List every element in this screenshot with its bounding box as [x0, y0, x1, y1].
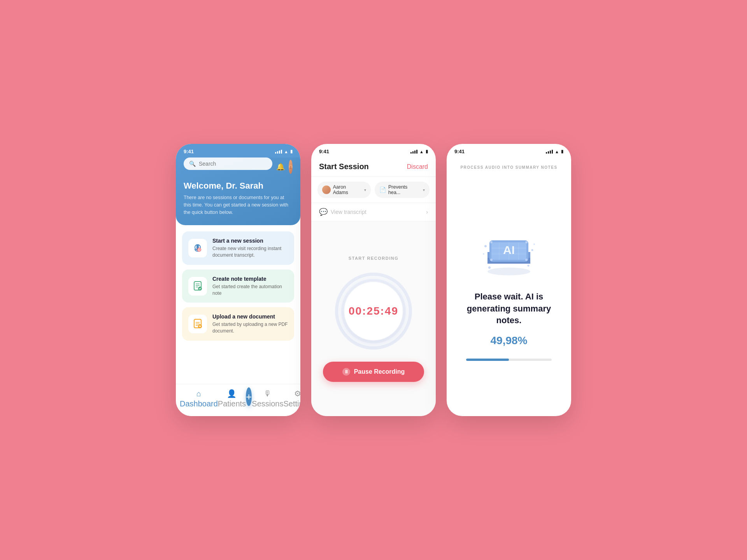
home-icon: ⌂ — [196, 389, 201, 398]
timer-outer: 00:25:49 — [335, 272, 412, 350]
session-selectors: Aaron Adams ▾ 📄 Prevents hea... ▾ — [311, 177, 436, 203]
status-time-1: 9:41 — [184, 149, 194, 154]
progress-bar-container — [466, 359, 552, 361]
view-transcript-label: View transcript — [331, 209, 366, 215]
wifi-icon: ▲ — [284, 149, 288, 154]
status-bar-2: 9:41 ▲ ▮ — [311, 144, 436, 158]
phone-ai-processing: 9:41 ▲ ▮ PROCESS AUDIO INTO SUMMARY NOTE… — [447, 144, 571, 416]
card-upload-doc-text: Upload a new document Get started by upl… — [212, 313, 288, 334]
card-upload-doc[interactable]: Upload a new document Get started by upl… — [182, 307, 294, 341]
patients-icon: 👤 — [227, 389, 237, 398]
note-icon — [188, 277, 207, 296]
timer-glow — [335, 272, 412, 350]
session-title: Start Session — [319, 162, 369, 171]
patient-avatar — [322, 186, 331, 194]
progress-bar-fill — [466, 359, 509, 361]
welcome-subtitle: There are no sessions or documents for y… — [184, 194, 293, 216]
search-bar[interactable]: 🔍 — [184, 158, 272, 170]
svg-point-30 — [490, 259, 493, 261]
svg-point-35 — [533, 243, 535, 245]
ai-content: AI Please wait. AI is generating summary… — [447, 173, 571, 416]
status-bar-3: 9:41 ▲ ▮ — [447, 144, 571, 158]
bottom-nav: ⌂ Dashboard 👤 Patients + 🎙 Sessions ⚙ Se… — [176, 384, 300, 416]
document-name: Prevents hea... — [388, 184, 421, 195]
search-input[interactable] — [199, 161, 267, 167]
upload-icon — [188, 315, 207, 333]
status-time-2: 9:41 — [319, 149, 329, 154]
cards-area: Start a new session Create new visit rec… — [176, 225, 300, 384]
signal-icon — [275, 150, 282, 154]
signal-icon-3 — [546, 150, 553, 154]
nav-sessions[interactable]: 🎙 Sessions — [252, 389, 283, 408]
start-recording-label: START RECORDING — [349, 256, 399, 261]
mic-icon — [191, 242, 204, 254]
ai-wait-text: Please wait. AI is generating summary no… — [458, 291, 559, 327]
svg-point-1 — [290, 166, 291, 167]
svg-point-34 — [483, 253, 484, 255]
wifi-icon-3: ▲ — [555, 149, 559, 154]
nav-dashboard-label: Dashboard — [180, 399, 218, 408]
status-bar-1: 9:41 ▲ ▮ — [176, 144, 300, 158]
status-time-3: 9:41 — [454, 149, 465, 154]
recording-area: START RECORDING 00:25:49 ⏸ Pause Recordi… — [311, 221, 436, 416]
ai-illustration: AI — [478, 229, 540, 279]
nav-sessions-label: Sessions — [252, 399, 283, 408]
svg-point-17 — [337, 274, 410, 348]
card-new-session-text: Start a new session Create new visit rec… — [212, 238, 288, 259]
svg-point-36 — [488, 266, 491, 269]
nav-patients[interactable]: 👤 Patients — [218, 389, 246, 408]
svg-point-32 — [484, 245, 487, 247]
patient-selector[interactable]: Aaron Adams ▾ — [317, 182, 371, 198]
doc-icon: 📄 — [379, 187, 386, 193]
pause-recording-button[interactable]: ⏸ Pause Recording — [323, 362, 424, 382]
sessions-icon: 🎙 — [264, 389, 272, 398]
svg-point-2 — [289, 167, 292, 169]
svg-point-28 — [490, 241, 493, 243]
patient-chevron-icon: ▾ — [364, 188, 366, 192]
settings-icon: ⚙ — [294, 389, 300, 398]
bell-icon[interactable]: 🔔 — [276, 163, 285, 171]
phone-dashboard: 9:41 ▲ ▮ 🔍 🔔 — [176, 144, 300, 416]
session-header: Start Session Discard — [311, 158, 436, 177]
document-icon — [191, 318, 204, 330]
avatar — [289, 160, 293, 174]
session-icon — [188, 239, 207, 257]
status-icons-2: ▲ ▮ — [410, 149, 428, 154]
search-icon: 🔍 — [189, 161, 196, 167]
nav-dashboard[interactable]: ⌂ Dashboard — [180, 389, 218, 408]
svg-point-5 — [197, 248, 201, 252]
svg-point-37 — [528, 264, 530, 266]
svg-point-31 — [525, 259, 528, 261]
pause-icon: ⏸ — [342, 368, 350, 376]
svg-point-29 — [525, 241, 528, 243]
card-note-template[interactable]: Create note template Get started create … — [182, 270, 294, 303]
dashboard-header: 🔍 🔔 Welcome, Dr. Sarah There are no sess… — [176, 158, 300, 225]
ai-chip-svg: AI — [478, 229, 540, 279]
nav-add-button[interactable]: + — [246, 387, 252, 406]
discard-button[interactable]: Discard — [407, 163, 428, 170]
signal-icon-2 — [410, 150, 417, 154]
battery-icon-3: ▮ — [561, 149, 563, 154]
status-icons-3: ▲ ▮ — [546, 149, 563, 154]
status-icons-1: ▲ ▮ — [275, 149, 293, 154]
nav-settings[interactable]: ⚙ Settings — [283, 389, 300, 408]
phone-recording: 9:41 ▲ ▮ Start Session Discard Aaron Ada… — [311, 144, 436, 416]
card-note-template-text: Create note template Get started create … — [212, 276, 288, 297]
svg-text:AI: AI — [503, 243, 515, 256]
transcript-chevron-icon: › — [426, 209, 428, 215]
svg-point-33 — [531, 249, 533, 251]
patient-name: Aaron Adams — [333, 184, 362, 195]
transcript-icon: 💬 — [319, 208, 328, 216]
card-new-session[interactable]: Start a new session Create new visit rec… — [182, 231, 294, 265]
battery-icon-2: ▮ — [426, 149, 428, 154]
wifi-icon-2: ▲ — [419, 149, 424, 154]
svg-point-19 — [487, 268, 530, 275]
document-selector[interactable]: 📄 Prevents hea... ▾ — [375, 182, 430, 198]
svg-point-18 — [342, 280, 405, 342]
document-chevron-icon: ▾ — [423, 188, 425, 192]
view-transcript-row[interactable]: 💬 View transcript › — [311, 203, 436, 221]
battery-icon: ▮ — [290, 149, 293, 154]
pause-recording-label: Pause Recording — [354, 368, 405, 375]
ai-percentage: 49,98% — [491, 334, 528, 347]
nav-settings-label: Settings — [283, 399, 300, 408]
